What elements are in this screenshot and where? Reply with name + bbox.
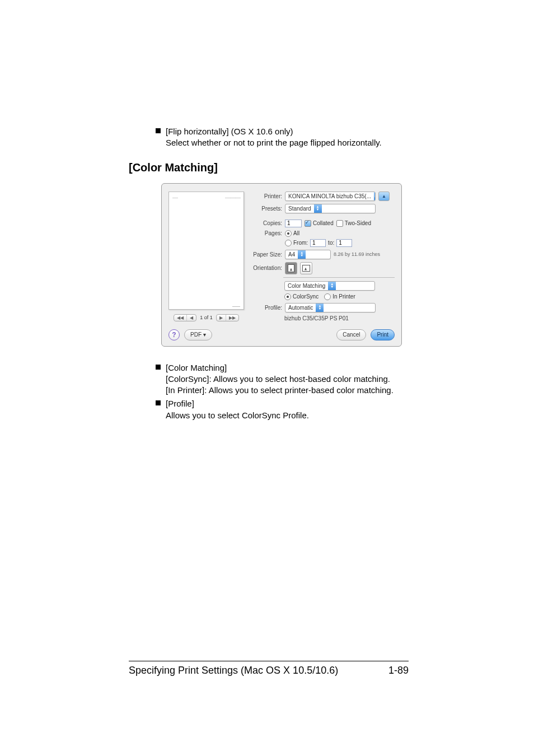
twosided-label: Two-Sided	[345, 220, 371, 226]
nav-last-icon[interactable]: ▶▶	[226, 315, 238, 321]
presets-select[interactable]: Standard ▲▼	[285, 204, 376, 213]
top-bullet-list: [Flip horizontally] (OS X 10.6 only) Sel…	[129, 126, 409, 149]
pages-from-label: From:	[293, 240, 308, 246]
bullet-square-icon	[156, 400, 161, 405]
nav-prev-icon[interactable]: ◀	[187, 315, 196, 321]
copies-label: Copies:	[250, 220, 282, 226]
print-dialog: — ——— ◀◀ ◀ 1 of 1 ▶ ▶▶	[161, 183, 402, 347]
inprinter-label: In Printer	[332, 293, 355, 300]
portrait-icon	[288, 264, 294, 272]
printer-value: KONICA MINOLTA bizhub C35(...	[285, 193, 374, 199]
papersize-select[interactable]: A4 ▲▼	[285, 250, 331, 259]
orientation-label: Orientation:	[250, 265, 282, 271]
papersize-dimensions: 8.26 by 11.69 inches	[334, 251, 380, 257]
select-arrows-icon: ▲▼	[314, 204, 322, 213]
section-title-color-matching: [Color Matching]	[129, 161, 409, 174]
pane-select[interactable]: Color Matching ▲▼	[284, 281, 375, 291]
profile-label: Profile:	[250, 305, 282, 311]
settings-pane: Printer: KONICA MINOLTA bizhub C35(... ▲…	[250, 192, 395, 321]
nav-next-group[interactable]: ▶ ▶▶	[216, 314, 239, 321]
print-button[interactable]: Print	[371, 329, 395, 340]
printer-label: Printer:	[250, 193, 282, 199]
page-footer: Specifying Print Settings (Mac OS X 10.5…	[129, 661, 409, 676]
bullet-head: [Color Matching]	[166, 363, 227, 372]
select-arrows-icon: ▲▼	[298, 250, 306, 259]
preview-page-number: 1 of 1	[200, 315, 213, 320]
presets-label: Presets:	[250, 206, 282, 212]
pages-to-label: to:	[328, 240, 334, 246]
pages-label: Pages:	[250, 230, 282, 236]
select-arrows-icon: ▲▼	[328, 282, 336, 290]
colorsync-label: ColorSync	[293, 293, 318, 300]
bullet-desc-1: Allows you to select ColorSync Profile.	[166, 410, 409, 421]
bullet-square-icon	[156, 128, 161, 133]
nav-prev-group[interactable]: ◀◀ ◀	[174, 314, 196, 321]
footer-page-number: 1-89	[388, 665, 409, 676]
copies-input[interactable]	[285, 220, 302, 227]
preview-page: — ———	[168, 192, 244, 310]
help-button[interactable]: ?	[168, 329, 180, 340]
profile-value: Automatic	[285, 305, 316, 311]
select-arrows-icon: ▲▼	[374, 192, 376, 200]
pages-from-radio[interactable]: From:	[285, 240, 308, 246]
printer-select[interactable]: KONICA MINOLTA bizhub C35(... ▲▼	[285, 192, 376, 201]
pages-all-label: All	[293, 230, 299, 236]
orientation-landscape-button[interactable]	[300, 262, 312, 274]
papersize-value: A4	[285, 251, 298, 258]
divider	[283, 277, 395, 278]
bullet-square-icon	[156, 365, 161, 370]
bullet-desc-1: [ColorSync]: Allows you to select host-b…	[166, 374, 409, 385]
profile-select[interactable]: Automatic ▲▼	[285, 303, 376, 312]
landscape-icon	[302, 265, 310, 272]
presets-value: Standard	[285, 206, 314, 212]
bullet-profile: [Profile] Allows you to select ColorSync…	[129, 398, 409, 421]
bullet-head: [Profile]	[166, 399, 194, 408]
pages-all-radio[interactable]: All	[285, 230, 299, 237]
preview-nav: ◀◀ ◀ 1 of 1 ▶ ▶▶	[168, 314, 244, 321]
main-content: [Flip horizontally] (OS X 10.6 only) Sel…	[129, 126, 409, 433]
pane-value: Color Matching	[285, 283, 328, 289]
print-label: Print	[377, 332, 388, 338]
bottom-bullet-list: [Color Matching] [ColorSync]: Allows you…	[129, 362, 409, 421]
collated-label: Collated	[313, 220, 334, 226]
page-to-input[interactable]	[336, 239, 352, 247]
pdf-label: PDF ▾	[190, 332, 206, 338]
twosided-checkbox[interactable]: Two-Sided	[336, 220, 371, 227]
bullet-desc: Select whether or not to print the page …	[166, 137, 409, 148]
colorsync-radio[interactable]: ColorSync	[284, 293, 318, 300]
papersize-label: Paper Size:	[250, 251, 282, 258]
bullet-flip-horizontally: [Flip horizontally] (OS X 10.6 only) Sel…	[129, 126, 409, 149]
bullet-color-matching: [Color Matching] [ColorSync]: Allows you…	[129, 362, 409, 396]
nav-first-icon[interactable]: ◀◀	[174, 315, 187, 321]
bullet-desc-2: [In Printer]: Allows you to select print…	[166, 385, 409, 396]
inprinter-radio[interactable]: In Printer	[324, 293, 355, 300]
cancel-button[interactable]: Cancel	[336, 329, 366, 340]
printer-expand-button[interactable]: ▲	[378, 192, 390, 201]
footer-rule	[129, 661, 409, 661]
profile-status: bizhub C35/C35P PS P01	[284, 315, 395, 321]
preview-pane: — ——— ◀◀ ◀ 1 of 1 ▶ ▶▶	[168, 192, 244, 321]
pdf-menu-button[interactable]: PDF ▾	[184, 329, 212, 340]
collated-checkbox[interactable]: Collated	[305, 220, 334, 227]
select-arrows-icon: ▲▼	[316, 304, 324, 312]
page-from-input[interactable]	[310, 239, 326, 247]
bullet-head: [Flip horizontally] (OS X 10.6 only)	[166, 127, 293, 136]
orientation-portrait-button[interactable]	[285, 262, 297, 274]
cancel-label: Cancel	[343, 332, 360, 338]
nav-next-icon[interactable]: ▶	[217, 315, 226, 321]
footer-chapter-title: Specifying Print Settings (Mac OS X 10.5…	[129, 665, 338, 676]
